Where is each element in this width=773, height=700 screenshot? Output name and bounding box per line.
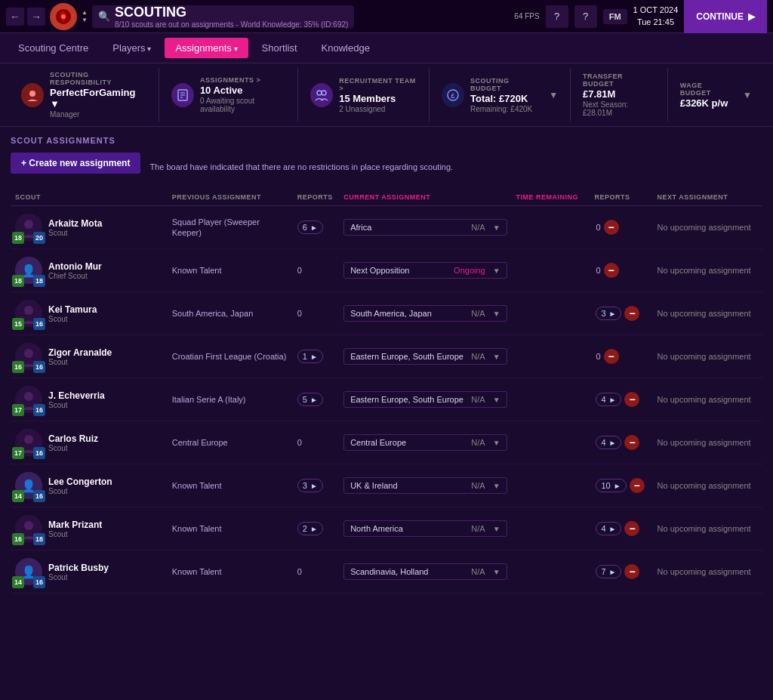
prev-assignment-text: Croatian First League (Croatia) bbox=[172, 352, 287, 361]
prev-reports-badge[interactable]: 3 ► bbox=[297, 479, 323, 492]
scout-cell: 18 20 Arkaitz Mota Scout bbox=[11, 206, 168, 249]
remove-assignment-button[interactable]: − bbox=[604, 349, 619, 364]
prev-reports-badge[interactable]: 2 ► bbox=[297, 522, 323, 535]
reports-badge[interactable]: 4 ► bbox=[596, 522, 621, 535]
reports-cell: 4 ► − bbox=[590, 507, 652, 550]
prev-reports-cell: 0 bbox=[293, 249, 339, 292]
reports-arrow-icon: ► bbox=[609, 525, 617, 533]
svg-point-16 bbox=[24, 349, 33, 358]
nav-scouting-centre[interactable]: Scouting Centre bbox=[8, 38, 99, 58]
assignment-dropdown[interactable]: Africa N/A ▼ bbox=[343, 219, 507, 236]
scout-role: Chief Scout bbox=[48, 272, 102, 280]
recruitment-value[interactable]: 15 Members bbox=[339, 93, 417, 104]
dropdown-arrow-icon: ▼ bbox=[493, 353, 500, 361]
next-assignment-text: No upcoming assignment bbox=[658, 395, 751, 404]
remove-assignment-button[interactable]: − bbox=[624, 435, 639, 450]
assignments-text: ASSIGNMENTS > 10 Active 0 Awaiting scout… bbox=[200, 76, 285, 113]
scout-cell: 16 18 Mark Prizant Scout bbox=[11, 507, 168, 550]
scout-cell: 👤 14 16 Lee Congerton Scout bbox=[11, 464, 168, 507]
assignment-name: South America, Japan bbox=[350, 309, 467, 318]
reports-badge[interactable]: 3 ► bbox=[596, 307, 621, 320]
dropdown-arrow-icon: ▼ bbox=[493, 396, 500, 404]
prev-assignment-cell: Central Europe bbox=[168, 421, 293, 464]
remove-assignment-button[interactable]: − bbox=[624, 564, 639, 579]
next-assignment-cell: No upcoming assignment bbox=[653, 206, 762, 249]
wage-dropdown-arrow[interactable]: ▼ bbox=[743, 90, 752, 100]
scout-role: Scout bbox=[48, 444, 98, 452]
remove-assignment-button[interactable]: − bbox=[624, 392, 639, 407]
table-row: 👤 14 16 Patrick Busby Scout Known Talent… bbox=[11, 550, 762, 594]
assignment-dropdown[interactable]: Eastern Europe, South Europe N/A ▼ bbox=[343, 348, 507, 365]
prev-reports-badge[interactable]: 6 ► bbox=[297, 220, 323, 234]
prev-reports-badge[interactable]: 1 ► bbox=[297, 350, 323, 363]
continue-arrow-icon: ▶ bbox=[748, 11, 755, 22]
remove-assignment-button[interactable]: − bbox=[624, 521, 639, 536]
reports-badge[interactable]: 4 ► bbox=[596, 393, 621, 406]
budget-dropdown-arrow[interactable]: ▼ bbox=[549, 90, 558, 100]
skill-badge-right: 16 bbox=[33, 318, 45, 330]
nav-assignments[interactable]: Assignments bbox=[165, 38, 248, 58]
skill-badge-right: 16 bbox=[33, 404, 45, 416]
time-na: N/A bbox=[471, 567, 485, 576]
info-bar: SCOUTING RESPONSIBILITY PerfectForGaming… bbox=[0, 63, 773, 127]
current-assignment-cell: Eastern Europe, South Europe N/A ▼ bbox=[339, 335, 511, 378]
nav-knowledge[interactable]: Knowledge bbox=[311, 38, 380, 58]
prev-reports-badge[interactable]: 5 ► bbox=[297, 393, 323, 406]
assignment-dropdown[interactable]: Next Opposition Ongoing ▼ bbox=[343, 262, 507, 279]
time-na: N/A bbox=[471, 524, 485, 533]
next-assignment-cell: No upcoming assignment bbox=[653, 292, 762, 335]
assignment-dropdown[interactable]: South America, Japan N/A ▼ bbox=[343, 305, 507, 322]
wage-section: WAGE BUDGET £326K p/w ▼ bbox=[668, 68, 764, 122]
manager-avatar bbox=[21, 83, 44, 107]
back-button[interactable]: ← bbox=[6, 8, 24, 26]
assignment-dropdown[interactable]: North America N/A ▼ bbox=[343, 520, 507, 537]
scout-cell: 16 16 Zigor Aranalde Scout bbox=[11, 335, 168, 378]
skill-badge-left: 15 bbox=[12, 318, 24, 330]
time-cell bbox=[512, 378, 590, 421]
th-next: NEXT ASSIGNMENT bbox=[653, 189, 762, 206]
prev-assignment-cell: Squad Player (Sweeper Keeper) bbox=[168, 206, 293, 249]
remove-assignment-button[interactable]: − bbox=[624, 306, 639, 321]
reports-count: 0 bbox=[596, 223, 600, 232]
reports-badge[interactable]: 10 ► bbox=[596, 479, 626, 492]
continue-button[interactable]: CONTINUE ▶ bbox=[684, 0, 767, 33]
remove-assignment-button[interactable]: − bbox=[604, 220, 619, 235]
budget-section: £ SCOUTING BUDGET Total: £720K Remaining… bbox=[430, 68, 571, 122]
svg-point-7 bbox=[317, 91, 322, 95]
team-logo bbox=[50, 3, 77, 30]
board-notice: The board have indicated that there are … bbox=[149, 162, 453, 171]
reports-badge[interactable]: 4 ► bbox=[596, 436, 621, 449]
assignment-dropdown[interactable]: UK & Ireland N/A ▼ bbox=[343, 477, 507, 494]
time: Tue 21:45 bbox=[633, 17, 679, 28]
table-row: 17 16 Carlos Ruiz Scout Central Europe 0… bbox=[11, 421, 762, 464]
time-cell bbox=[512, 464, 590, 507]
assignment-dropdown[interactable]: Scandinavia, Holland N/A ▼ bbox=[343, 563, 507, 580]
reports-badge[interactable]: 7 ► bbox=[596, 565, 621, 578]
logo-arrows[interactable]: ▲ ▼ bbox=[82, 9, 88, 23]
reports-arrow-icon: ► bbox=[609, 568, 617, 576]
scout-cell: 17 16 Carlos Ruiz Scout bbox=[11, 421, 168, 464]
manager-name[interactable]: PerfectForGaming ▼ bbox=[50, 87, 146, 109]
nav-players[interactable]: Players bbox=[102, 38, 162, 58]
nav-shortlist[interactable]: Shortlist bbox=[251, 38, 308, 58]
fm-badge: FM bbox=[603, 9, 627, 24]
create-assignment-button[interactable]: + Create new assignment bbox=[11, 153, 140, 174]
reports-count: 0 bbox=[596, 266, 600, 275]
page-subtitle: 8/10 scouts are out on assignments - Wor… bbox=[115, 20, 348, 29]
scout-cell: 17 16 J. Echeverria Scout bbox=[11, 378, 168, 421]
forward-button[interactable]: → bbox=[27, 8, 45, 26]
assignment-dropdown[interactable]: Eastern Europe, South Europe N/A ▼ bbox=[343, 391, 507, 408]
scout-info: Zigor Aranalde Scout bbox=[48, 347, 112, 366]
recruitment-section: RECRUITMENT TEAM > 15 Members 2 Unassign… bbox=[298, 68, 430, 122]
scout-info: Antonio Mur Chief Scout bbox=[48, 261, 102, 280]
assignments-value[interactable]: 10 Active bbox=[200, 85, 285, 96]
help-icon[interactable]: ? bbox=[546, 5, 568, 28]
remove-assignment-button[interactable]: − bbox=[604, 263, 619, 278]
prev-reports-cell: 6 ► bbox=[293, 206, 339, 249]
scout-cell: 👤 18 18 Antonio Mur Chief Scout bbox=[11, 249, 168, 292]
info-icon[interactable]: ? bbox=[574, 5, 597, 28]
svg-point-2 bbox=[29, 91, 35, 97]
remove-assignment-button[interactable]: − bbox=[630, 478, 645, 493]
scout-role: Scout bbox=[48, 358, 112, 366]
assignment-dropdown[interactable]: Central Europe N/A ▼ bbox=[343, 434, 507, 451]
